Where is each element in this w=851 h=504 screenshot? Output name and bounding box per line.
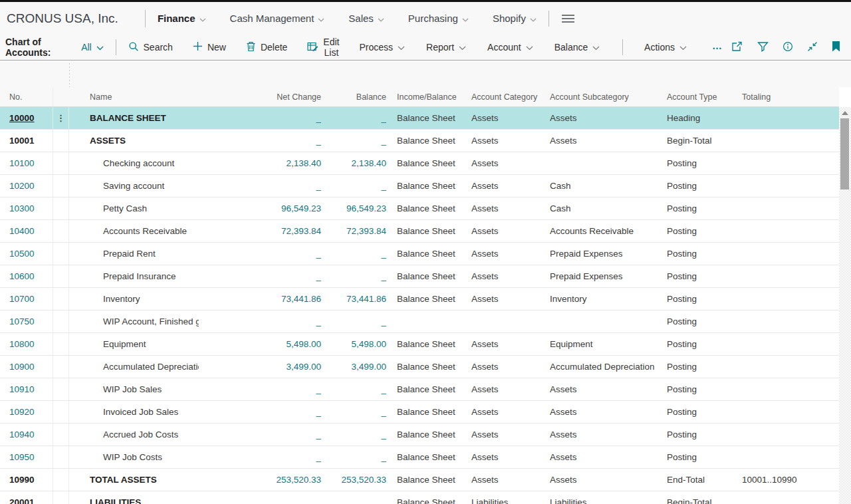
table-row[interactable]: 10800Equipment5,498.005,498.00Balance Sh…	[0, 333, 839, 356]
net-change-cell[interactable]: 5,498.00	[199, 333, 321, 355]
table-row[interactable]: 10900Accumulated Depreciation3,499.003,4…	[0, 356, 839, 378]
filter-button[interactable]	[756, 40, 770, 55]
net-change-cell[interactable]: _	[199, 311, 321, 332]
net-change-cell[interactable]: 73,441.86	[199, 288, 321, 310]
row-context-menu[interactable]: ⋮	[53, 107, 69, 129]
net-change-cell[interactable]: _	[199, 424, 321, 445]
account-no-link[interactable]: 10750	[9, 316, 35, 326]
balance-cell[interactable]: _	[321, 446, 386, 468]
vertical-scrollbar[interactable]	[839, 107, 851, 504]
column-header-name[interactable]: Name	[69, 87, 199, 106]
actions-menu[interactable]: Actions	[644, 42, 687, 53]
edit-list-button[interactable]: Edit List	[307, 37, 339, 58]
balance-cell[interactable]: _	[321, 311, 386, 332]
net-change-cell[interactable]: _	[199, 243, 321, 265]
scroll-up-arrow-icon[interactable]	[842, 111, 848, 115]
account-no-link[interactable]: 10950	[9, 452, 35, 462]
net-change-cell[interactable]: 253,520.33	[199, 469, 321, 491]
account-no-link[interactable]: 10000	[9, 113, 35, 123]
table-row[interactable]: 10000⋮BALANCE SHEET__Balance SheetAssets…	[0, 107, 839, 130]
table-row[interactable]: 10200Saving account__Balance SheetAssets…	[0, 175, 839, 197]
column-header-account-subcategory[interactable]: Account Subcategory	[550, 87, 667, 106]
balance-cell[interactable]: 2,138.40	[321, 152, 386, 174]
table-row[interactable]: 10940Accrued Job Costs__Balance SheetAss…	[0, 424, 839, 446]
company-name[interactable]: CRONUS USA, Inc.	[7, 11, 118, 26]
scrollbar-thumb[interactable]	[840, 118, 849, 189]
net-change-cell[interactable]: 2,138.40	[199, 152, 321, 174]
table-row[interactable]: 10700Inventory73,441.8673,441.86Balance …	[0, 288, 839, 311]
account-no-link[interactable]: 20001	[9, 497, 35, 504]
account-no-link[interactable]: 10001	[9, 136, 35, 146]
account-no-link[interactable]: 10800	[9, 339, 35, 349]
table-row[interactable]: 10400Accounts Receivable72,393.8472,393.…	[0, 220, 839, 243]
table-row[interactable]: 10500Prepaid Rent__Balance SheetAssetsPr…	[0, 243, 839, 265]
net-change-cell[interactable]: _	[199, 175, 321, 197]
net-change-cell[interactable]: _	[199, 401, 321, 423]
table-row[interactable]: 10001ASSETS__Balance SheetAssetsAssetsBe…	[0, 130, 839, 152]
column-header-totaling[interactable]: Totaling	[731, 87, 839, 106]
net-change-cell[interactable]: 3,499.00	[199, 356, 321, 378]
net-change-cell[interactable]: 72,393.84	[199, 220, 321, 242]
net-change-cell[interactable]: _	[199, 265, 321, 287]
nav-item-finance[interactable]: Finance	[158, 13, 206, 24]
hamburger-menu-icon[interactable]	[561, 14, 575, 23]
balance-cell[interactable]: _	[321, 401, 386, 423]
balance-cell[interactable]: _	[321, 243, 386, 265]
delete-button[interactable]: Delete	[246, 41, 287, 54]
nav-item-cash-management[interactable]: Cash Management	[230, 13, 325, 24]
table-row[interactable]: 10920Invoiced Job Sales__Balance SheetAs…	[0, 401, 839, 424]
column-header-no-[interactable]: No.	[0, 87, 53, 106]
account-no-link[interactable]: 10920	[9, 407, 35, 417]
search-button[interactable]: Search	[128, 41, 173, 54]
balance-cell[interactable]: _	[321, 130, 386, 152]
balance-cell[interactable]: _	[321, 175, 386, 197]
more-options-button[interactable]: …	[712, 40, 723, 51]
net-change-cell[interactable]: _	[199, 107, 321, 129]
report-menu[interactable]: Report	[426, 42, 466, 53]
table-row[interactable]: 10910WIP Job Sales__Balance SheetAssetsA…	[0, 378, 839, 401]
net-change-cell[interactable]: 96,549.23	[199, 197, 321, 219]
account-no-link[interactable]: 10200	[9, 181, 35, 191]
balance-cell[interactable]: _	[321, 107, 386, 129]
account-menu[interactable]: Account	[487, 42, 533, 53]
view-filter-dropdown[interactable]: All	[81, 42, 104, 53]
balance-cell[interactable]: 96,549.23	[321, 197, 386, 219]
nav-item-sales[interactable]: Sales	[348, 13, 384, 24]
net-change-cell[interactable]: _	[199, 446, 321, 468]
balance-cell[interactable]: _	[321, 424, 386, 445]
table-row[interactable]: 10300Petty Cash96,549.2396,549.23Balance…	[0, 197, 839, 220]
bookmark-button[interactable]	[830, 40, 842, 55]
nav-item-purchasing[interactable]: Purchasing	[408, 13, 469, 24]
collapse-button[interactable]	[806, 40, 819, 55]
account-no-link[interactable]: 10940	[9, 430, 35, 440]
account-no-link[interactable]: 10900	[9, 362, 35, 372]
account-no-link[interactable]: 10300	[9, 203, 35, 213]
column-header-income-balance[interactable]: Income/Balance	[386, 87, 471, 106]
account-no-link[interactable]: 10500	[9, 249, 35, 259]
balance-cell[interactable]: _	[321, 378, 386, 400]
share-button[interactable]	[730, 39, 745, 55]
new-button[interactable]: New	[193, 41, 226, 53]
column-header-account-type[interactable]: Account Type	[667, 87, 731, 106]
table-row[interactable]: 10600Prepaid Insurance__Balance SheetAss…	[0, 265, 839, 288]
table-row[interactable]: 10950WIP Job Costs__Balance SheetAssetsA…	[0, 446, 839, 469]
balance-cell[interactable]: 73,441.86	[321, 288, 386, 310]
process-menu[interactable]: Process	[359, 42, 405, 53]
account-no-link[interactable]: 10600	[9, 271, 35, 281]
balance-cell[interactable]: _	[321, 265, 386, 287]
column-header-balance[interactable]: Balance	[321, 87, 386, 106]
table-row[interactable]: 10100Checking account2,138.402,138.40Bal…	[0, 152, 839, 175]
balance-menu[interactable]: Balance	[554, 42, 600, 53]
column-header-account-category[interactable]: Account Category	[471, 87, 550, 106]
table-row[interactable]: 10750WIP Account, Finished goods__Postin…	[0, 311, 839, 333]
account-no-link[interactable]: 10910	[9, 384, 35, 394]
table-row[interactable]: 20001LIABILITIES__Balance SheetLiabiliti…	[0, 491, 839, 504]
balance-cell[interactable]: 5,498.00	[321, 333, 386, 355]
account-no-link[interactable]: 10990	[9, 475, 35, 485]
balance-cell[interactable]: 72,393.84	[321, 220, 386, 242]
net-change-cell[interactable]: _	[199, 378, 321, 400]
table-row[interactable]: 10990TOTAL ASSETS253,520.33253,520.33Bal…	[0, 469, 839, 491]
info-button[interactable]	[781, 40, 794, 55]
account-no-link[interactable]: 10100	[9, 158, 35, 168]
balance-cell[interactable]: 3,499.00	[321, 356, 386, 378]
